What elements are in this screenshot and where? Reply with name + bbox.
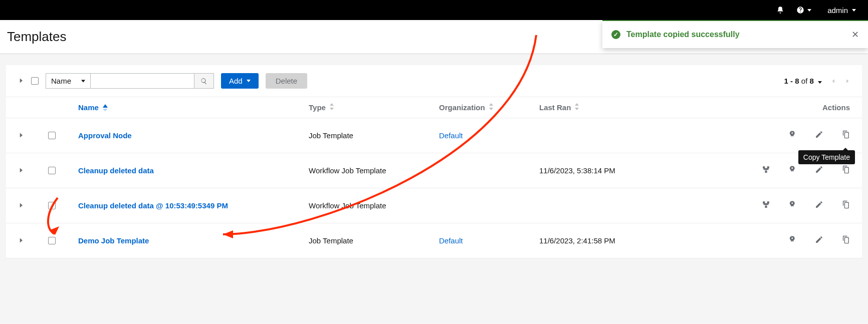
launch-action-icon[interactable]	[788, 165, 797, 176]
edit-action-icon[interactable]	[815, 235, 823, 246]
template-type: Workflow Job Template	[309, 201, 439, 210]
delete-button[interactable]: Delete	[266, 73, 307, 89]
pagination-text: 1 - 8 of 8	[784, 77, 822, 85]
caret-down-icon	[852, 9, 856, 12]
organization-link[interactable]: Default	[439, 131, 539, 140]
copy-action-icon[interactable]	[841, 200, 850, 211]
last-ran: 11/6/2023, 5:38:14 PM	[539, 166, 740, 175]
column-header-name[interactable]: Name	[78, 103, 309, 112]
table-row: Approval NodeJob TemplateDefaultCopy Tem…	[6, 118, 862, 153]
sort-icon	[489, 103, 493, 112]
edit-action-icon[interactable]	[815, 200, 823, 211]
question-icon	[796, 6, 804, 14]
last-ran: 11/6/2023, 2:41:58 PM	[539, 236, 740, 245]
row-expand-toggle[interactable]	[18, 202, 48, 210]
page-total: 8	[809, 77, 813, 85]
template-name-link[interactable]: Approval Node	[78, 131, 309, 140]
template-type: Job Template	[309, 236, 439, 245]
copy-action-icon[interactable]	[841, 130, 850, 141]
template-type: Job Template	[309, 131, 439, 140]
copy-action-icon[interactable]	[841, 165, 850, 176]
filter-field-select[interactable]: Name	[46, 73, 91, 89]
table-header: Name Type Organization Last Ran Actions	[6, 97, 862, 118]
row-checkbox[interactable]	[48, 132, 56, 139]
search-icon	[200, 78, 207, 85]
caret-down-icon	[247, 80, 251, 82]
add-button[interactable]: Add	[221, 73, 259, 89]
row-expand-toggle[interactable]	[18, 167, 48, 175]
row-actions	[740, 235, 850, 246]
copy-tooltip: Copy Template	[798, 150, 855, 164]
search-input[interactable]	[91, 73, 194, 89]
pagination: 1 - 8 of 8	[784, 77, 850, 85]
template-type: Workflow Job Template	[309, 166, 439, 175]
select-all-checkbox[interactable]	[31, 77, 39, 85]
page-of: of	[801, 77, 808, 85]
expand-all-toggle[interactable]	[18, 77, 24, 85]
page-title: Templates	[7, 29, 67, 45]
prev-page-button[interactable]	[831, 79, 836, 84]
edit-action-icon[interactable]	[815, 165, 823, 176]
organization-link[interactable]: Default	[439, 236, 539, 245]
column-header-organization[interactable]: Organization	[439, 103, 539, 112]
user-menu[interactable]: admin	[823, 6, 856, 15]
table-body: Approval NodeJob TemplateDefaultCopy Tem…	[6, 118, 862, 258]
edit-action-icon[interactable]	[815, 130, 823, 141]
launch-action-icon[interactable]	[788, 130, 797, 141]
launch-action-icon[interactable]	[788, 235, 797, 246]
sort-icon	[575, 103, 579, 112]
row-checkbox[interactable]	[48, 237, 56, 244]
filter-group: Name	[46, 73, 214, 89]
add-label: Add	[229, 77, 243, 85]
notifications-icon[interactable]	[776, 6, 784, 14]
sort-icon	[330, 103, 334, 112]
visualize-action-icon[interactable]	[762, 200, 770, 211]
column-header-last-ran[interactable]: Last Ran	[539, 103, 740, 112]
row-checkbox[interactable]	[48, 202, 56, 209]
template-name-link[interactable]: Demo Job Template	[78, 236, 309, 245]
user-name: admin	[827, 6, 848, 15]
table-row: Demo Job TemplateJob TemplateDefault11/6…	[6, 223, 862, 258]
visualize-action-icon[interactable]	[762, 165, 770, 176]
topbar: admin	[0, 0, 868, 20]
caret-down-icon	[807, 9, 811, 12]
copy-action-icon[interactable]	[841, 235, 850, 246]
template-name-link[interactable]: Cleanup deleted data	[78, 166, 309, 175]
template-name-link[interactable]: Cleanup deleted data @ 10:53:49:5349 PM	[78, 201, 309, 210]
caret-down-icon[interactable]	[818, 81, 822, 84]
table-row: Cleanup deleted data @ 10:53:49:5349 PMW…	[6, 188, 862, 223]
filter-field-value: Name	[51, 77, 71, 85]
page-range: 1 - 8	[784, 77, 799, 85]
row-checkbox[interactable]	[48, 167, 56, 174]
column-header-actions: Actions	[740, 103, 850, 112]
check-icon: ✓	[611, 30, 620, 39]
sort-asc-icon	[103, 104, 108, 111]
help-dropdown[interactable]	[796, 6, 811, 14]
toast-success: ✓ Template copied successfully ✕	[602, 20, 868, 48]
table-row: Cleanup deleted dataWorkflow Job Templat…	[6, 153, 862, 188]
row-expand-toggle[interactable]	[18, 132, 48, 140]
row-expand-toggle[interactable]	[18, 237, 48, 245]
toolbar: Name Add Delete 1 - 8 of 8	[6, 65, 862, 97]
launch-action-icon[interactable]	[788, 200, 797, 211]
row-actions	[740, 165, 850, 176]
row-actions: Copy Template	[740, 130, 850, 141]
row-actions	[740, 200, 850, 211]
column-header-type[interactable]: Type	[309, 103, 439, 112]
toast-close-button[interactable]: ✕	[851, 29, 859, 40]
search-button[interactable]	[194, 73, 214, 89]
content: Name Add Delete 1 - 8 of 8	[0, 54, 868, 258]
next-page-button[interactable]	[845, 79, 850, 84]
toast-message: Template copied successfully	[626, 30, 845, 39]
